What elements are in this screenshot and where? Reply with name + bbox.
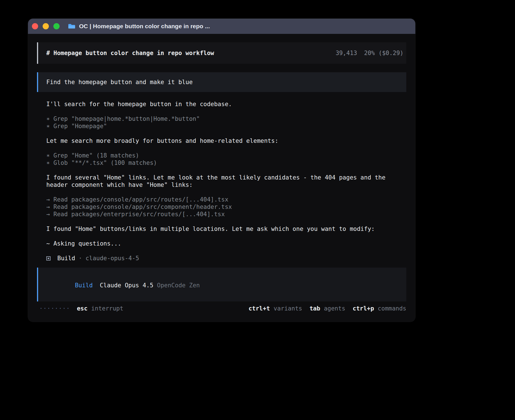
- tool-call-line: ∗ Glob "**/*.tsx" (100 matches): [46, 159, 406, 167]
- status-bar-right: ctrl+tvariants tabagents ctrl+pcommands: [241, 305, 406, 312]
- build-agent-icon-core: [48, 258, 49, 259]
- agents-hint: tabagents: [309, 305, 345, 312]
- agents-label: agents: [324, 305, 345, 312]
- assistant-message: I'll search for the homepage button in t…: [46, 100, 406, 108]
- assistant-text-line: I'll search for the homepage button in t…: [46, 100, 406, 108]
- assistant-message: Let me search more broadly for buttons a…: [46, 137, 406, 145]
- assistant-text-line: I found several "Home" links. Let me loo…: [46, 174, 406, 189]
- zoom-button[interactable]: [53, 23, 60, 29]
- agent-separator: ·: [78, 255, 82, 262]
- status-bar-left: ········ esc interrupt: [37, 305, 123, 312]
- variants-hint: ctrl+tvariants: [248, 305, 302, 312]
- read-tool-line: → Read packages/console/app/src/componen…: [46, 203, 406, 211]
- working-status-line: ~ Asking questions...: [46, 240, 406, 247]
- folder-icon: [68, 23, 76, 29]
- ctrl-t-key: ctrl+t: [248, 305, 270, 312]
- session-cost: ($0.29): [378, 50, 403, 56]
- tool-call-group: ∗ Grep "Home" (18 matches) ∗ Glob "**/*.…: [46, 152, 406, 167]
- terminal-content: # Homepage button color change in repo w…: [28, 34, 415, 322]
- commands-hint: ctrl+pcommands: [353, 305, 406, 312]
- tool-call-group: → Read packages/console/app/src/routes/[…: [46, 196, 406, 218]
- assistant-message: I found several "Home" links. Let me loo…: [46, 174, 406, 189]
- spinner-dots: ········: [39, 305, 70, 312]
- user-message: Find the homepage button and make it blu…: [37, 72, 406, 92]
- token-count: 39,413: [336, 50, 357, 56]
- assistant-message: I found "Home" buttons/links in multiple…: [46, 225, 406, 233]
- ctrl-p-key: ctrl+p: [353, 305, 374, 312]
- input-meta-row: BuildClaude Opus 4.5OpenCode Zen: [46, 274, 403, 296]
- minimize-button[interactable]: [43, 23, 49, 29]
- commands-label: commands: [378, 305, 406, 312]
- prompt-input[interactable]: BuildClaude Opus 4.5OpenCode Zen: [37, 268, 406, 301]
- variants-label: variants: [274, 305, 302, 312]
- assistant-text-line: Let me search more broadly for buttons a…: [46, 137, 406, 145]
- tab-key: tab: [309, 305, 320, 312]
- traffic-lights: [32, 23, 60, 29]
- input-agent-label: Build: [75, 282, 93, 289]
- read-tool-line: → Read packages/enterprise/src/routes/[.…: [46, 211, 406, 218]
- assistant-text-line: I found "Home" buttons/links in multiple…: [46, 225, 406, 233]
- session-title: # Homepage button color change in repo w…: [46, 50, 214, 56]
- session-header: # Homepage button color change in repo w…: [37, 42, 406, 64]
- tool-call-group: ∗ Grep "homepage|home.*button|Home.*butt…: [46, 115, 406, 130]
- input-model-name: Claude Opus 4.5: [100, 282, 153, 289]
- input-provider: OpenCode Zen: [157, 282, 200, 289]
- read-tool-line: → Read packages/console/app/src/routes/[…: [46, 196, 406, 203]
- working-status: ~ Asking questions...: [46, 240, 406, 247]
- tool-call-line: ∗ Grep "Homepage": [46, 123, 406, 130]
- tool-call-line: ∗ Grep "homepage|home.*button|Home.*butt…: [46, 115, 406, 123]
- tool-call-line: ∗ Grep "Home" (18 matches): [46, 152, 406, 159]
- esc-key-hint: esc: [77, 305, 88, 312]
- status-bar: ········ esc interrupt ctrl+tvariants ta…: [37, 305, 406, 312]
- close-button[interactable]: [32, 23, 38, 29]
- context-percent: 20%: [364, 50, 375, 56]
- agent-status-row: Build · claude-opus-4-5: [46, 255, 406, 262]
- esc-key-label: interrupt: [91, 305, 123, 312]
- agent-model: claude-opus-4-5: [86, 255, 139, 262]
- build-agent-icon: [46, 256, 51, 261]
- user-message-text: Find the homepage button and make it blu…: [46, 79, 193, 86]
- window-titlebar[interactable]: OC | Homepage button color change in rep…: [28, 19, 415, 34]
- window-title: OC | Homepage button color change in rep…: [79, 23, 210, 30]
- agent-name: Build: [57, 255, 75, 262]
- terminal-window: OC | Homepage button color change in rep…: [28, 19, 415, 322]
- session-stats: 39,41320%($0.29): [307, 43, 403, 63]
- transcript: I'll search for the homepage button in t…: [37, 100, 406, 262]
